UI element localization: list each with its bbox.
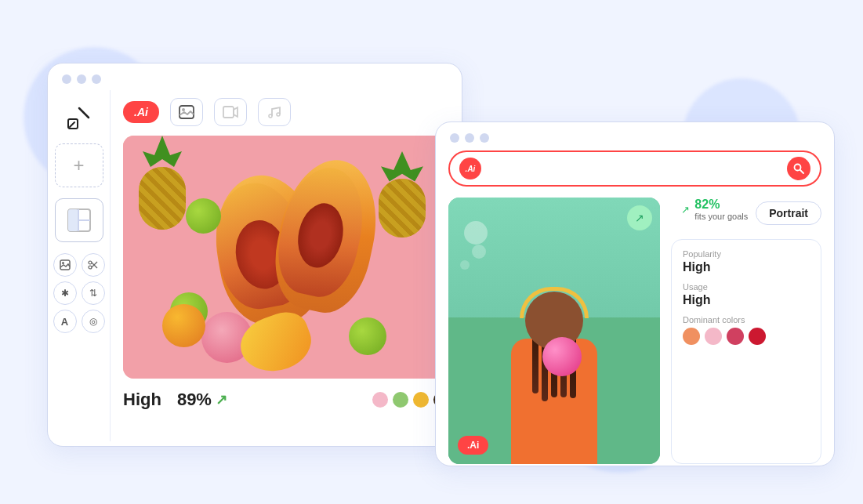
svg-rect-13 bbox=[223, 107, 234, 118]
fruit-image-render bbox=[123, 136, 449, 379]
editor-sidebar: + ✱ ⇅ A ◎ bbox=[48, 90, 111, 441]
colors-section: Dominant colors bbox=[683, 315, 810, 345]
info-card: Popularity High Usage High Dominant colo… bbox=[671, 239, 821, 464]
search-ai-badge: .Ai bbox=[459, 158, 481, 179]
score-percent: 89% ↗ bbox=[177, 390, 227, 410]
dot-r3 bbox=[480, 133, 489, 143]
search-bar[interactable]: .Ai bbox=[448, 150, 821, 187]
result-window: .Ai bbox=[435, 121, 835, 466]
usage-label: Usage bbox=[683, 282, 810, 292]
result-body: .Ai bbox=[436, 143, 834, 477]
trend-arrow-icon: ↗ bbox=[216, 391, 227, 408]
editor-body: + ✱ ⇅ A ◎ bbox=[48, 90, 462, 441]
popularity-value: High bbox=[683, 260, 810, 274]
fit-label: fits your goals bbox=[694, 212, 748, 222]
dot-3 bbox=[92, 74, 101, 84]
right-content: ↗ .Ai ↗ 82% fits your goals bbox=[448, 198, 821, 464]
music-tab-button[interactable] bbox=[258, 98, 291, 126]
portrait-image: ↗ .Ai bbox=[448, 198, 660, 464]
scissors-icon[interactable] bbox=[82, 253, 105, 277]
usage-value: High bbox=[683, 293, 810, 307]
edit-icon[interactable] bbox=[64, 103, 94, 132]
usage-section: Usage High bbox=[683, 282, 810, 307]
image-tool-icon[interactable] bbox=[53, 253, 77, 277]
layout-icon bbox=[65, 206, 93, 234]
swatch-dark-red bbox=[727, 328, 744, 345]
search-icon bbox=[793, 163, 804, 174]
svg-rect-2 bbox=[68, 209, 78, 231]
svg-line-9 bbox=[92, 263, 97, 268]
search-button[interactable] bbox=[787, 157, 810, 180]
portrait-button[interactable]: Portrait bbox=[756, 201, 821, 225]
window-controls bbox=[48, 63, 462, 84]
score-bar: High 89% ↗ bbox=[123, 390, 449, 410]
add-element-box[interactable]: + bbox=[55, 143, 103, 187]
colors-label: Dominant colors bbox=[683, 315, 810, 325]
score-label: High bbox=[123, 390, 161, 410]
trend-badge: ↗ bbox=[627, 205, 652, 230]
swatch-light-pink bbox=[705, 328, 722, 345]
image-tab-button[interactable] bbox=[170, 98, 203, 126]
fit-percent: 82% bbox=[694, 198, 748, 212]
popularity-label: Popularity bbox=[683, 249, 810, 259]
svg-point-12 bbox=[182, 108, 185, 111]
swatch-red bbox=[749, 328, 766, 345]
ai-logo: .Ai bbox=[134, 106, 148, 118]
svg-point-8 bbox=[89, 266, 92, 269]
svg-point-14 bbox=[269, 114, 272, 118]
main-content-area: .Ai bbox=[111, 90, 462, 441]
dot-r2 bbox=[465, 133, 474, 143]
add-icon: + bbox=[73, 154, 84, 176]
swatch-yellow bbox=[413, 392, 429, 408]
adjust-icon[interactable]: ⇅ bbox=[82, 281, 105, 305]
svg-point-16 bbox=[795, 165, 801, 171]
info-panel: ↗ 82% fits your goals Portrait Popularit… bbox=[671, 198, 821, 464]
tool-icons-grid: ✱ ⇅ A ◎ bbox=[49, 253, 110, 333]
ai-logo-small: .Ai bbox=[466, 165, 476, 173]
text-icon[interactable]: A bbox=[53, 310, 77, 333]
ai-tool-button[interactable]: .Ai bbox=[123, 101, 159, 123]
svg-point-15 bbox=[277, 113, 280, 116]
layout-box[interactable] bbox=[55, 198, 103, 242]
swatch-green bbox=[393, 392, 408, 408]
dot-r1 bbox=[450, 133, 459, 143]
trend-up-icon: ↗ bbox=[681, 204, 690, 216]
swatch-pink bbox=[372, 392, 388, 408]
popularity-section: Popularity High bbox=[683, 249, 810, 274]
video-tab-button[interactable] bbox=[214, 98, 247, 126]
window-controls-right bbox=[436, 122, 834, 143]
ai-watermark: .Ai bbox=[458, 436, 488, 455]
content-image bbox=[123, 136, 449, 379]
svg-line-17 bbox=[800, 170, 803, 173]
content-toolbar: .Ai bbox=[123, 98, 449, 126]
editor-window: + ✱ ⇅ A ◎ bbox=[47, 63, 462, 447]
svg-line-10 bbox=[92, 262, 97, 267]
search-input[interactable] bbox=[489, 162, 779, 175]
fit-badge: ↗ 82% fits your goals bbox=[681, 198, 748, 222]
dot-2 bbox=[77, 74, 86, 84]
dot-1 bbox=[62, 74, 71, 84]
magic-wand-icon[interactable]: ✱ bbox=[53, 281, 77, 305]
shape-icon[interactable]: ◎ bbox=[82, 310, 105, 333]
svg-point-7 bbox=[89, 261, 92, 264]
svg-point-6 bbox=[62, 262, 64, 264]
swatch-orange bbox=[683, 328, 700, 345]
dominant-swatches bbox=[683, 328, 810, 345]
